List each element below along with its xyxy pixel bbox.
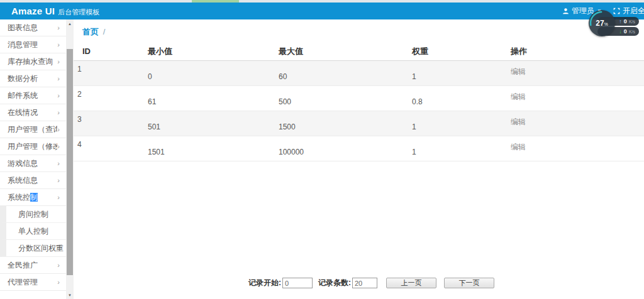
sidebar-item-label: 全民推广 bbox=[8, 260, 57, 271]
scrollbar-down-arrow[interactable]: ▼ bbox=[66, 291, 74, 299]
sidebar-item-chart-info[interactable]: 图表信息 › bbox=[0, 19, 66, 36]
sidebar-item-user-management-query[interactable]: 用户管理（查询） › bbox=[0, 121, 66, 138]
brand-name: Amaze UI bbox=[11, 6, 55, 16]
edit-link[interactable]: 编辑 bbox=[511, 92, 526, 101]
sidebar-item-label: 用户管理（修改） bbox=[8, 141, 57, 152]
cell-max: 60 bbox=[270, 60, 403, 85]
cell-id: 1 bbox=[74, 60, 139, 85]
breadcrumb-separator: / bbox=[103, 27, 106, 36]
sidebar-item-label: 在线情况 bbox=[8, 107, 57, 118]
system-monitor-widget[interactable]: ↑ 0 K/s ↓ 0 K/s 27% bbox=[589, 10, 639, 38]
cell-id: 2 bbox=[74, 85, 139, 111]
sidebar-subitem-room-control[interactable]: 房间控制 bbox=[0, 206, 66, 223]
upload-value: 0 bbox=[624, 18, 627, 24]
cell-weight: 1 bbox=[403, 111, 502, 136]
sidebar-item-label: 图表信息 bbox=[8, 23, 57, 33]
sidebar-item-label: 游戏信息 bbox=[8, 158, 57, 169]
sidebar-item-system-control[interactable]: 系统控制 › bbox=[0, 189, 66, 206]
prev-page-button[interactable]: 上一页 bbox=[386, 278, 436, 288]
table-row: 2 61 500 0.8 编辑 bbox=[74, 85, 644, 111]
sidebar-item-promotion[interactable]: 全民推广 › bbox=[0, 257, 66, 274]
cell-id: 4 bbox=[74, 136, 139, 161]
cpu-gauge[interactable]: 27% bbox=[589, 10, 615, 36]
record-start-label: 记录开始: bbox=[248, 278, 281, 288]
sidebar-item-label: 代理管理 bbox=[8, 277, 57, 288]
sidebar-item-label: 邮件系统 bbox=[8, 90, 57, 101]
column-header-weight: 权重 bbox=[403, 43, 502, 60]
brand-subtitle: 后台管理模板 bbox=[58, 8, 99, 17]
user-icon bbox=[562, 8, 569, 14]
column-header-min: 最小值 bbox=[139, 43, 270, 60]
sidebar-subitem-label: 单人控制 bbox=[18, 226, 48, 237]
upload-unit: K/s bbox=[629, 19, 635, 24]
sidebar-item-game-info[interactable]: 游戏信息 › bbox=[0, 155, 66, 172]
upload-arrow-icon: ↑ bbox=[619, 19, 622, 24]
sidebar-item-label: 系统信息 bbox=[8, 175, 57, 186]
sidebar-subitem-single-control[interactable]: 单人控制 bbox=[0, 223, 66, 240]
table-row: 1 0 60 1 编辑 bbox=[74, 60, 644, 85]
sidebar-item-message-management[interactable]: 消息管理 › bbox=[0, 36, 66, 53]
sidebar-item-user-management-edit[interactable]: 用户管理（修改） › bbox=[0, 138, 66, 155]
sidebar-item-system-info[interactable]: 系统信息 › bbox=[0, 172, 66, 189]
cell-weight: 0.8 bbox=[403, 85, 502, 111]
column-header-id: ID bbox=[74, 43, 139, 60]
sidebar: 图表信息 › 消息管理 › 库存抽水查询 › 数据分析 › 邮件系统 › 在线情… bbox=[0, 19, 66, 299]
record-count-label: 记录条数: bbox=[318, 278, 351, 288]
chevron-right-icon: › bbox=[57, 160, 60, 167]
cell-weight: 1 bbox=[403, 60, 502, 85]
selected-text: 制 bbox=[30, 193, 38, 202]
cell-max: 500 bbox=[270, 85, 403, 111]
table-row: 3 501 1500 1 编辑 bbox=[74, 111, 644, 136]
edit-link[interactable]: 编辑 bbox=[511, 143, 526, 151]
sidebar-item-label: 系统控制 bbox=[8, 192, 57, 203]
edit-link[interactable]: 编辑 bbox=[511, 117, 526, 126]
column-header-max: 最大值 bbox=[270, 43, 403, 60]
cell-max: 100000 bbox=[270, 136, 403, 161]
record-start-input[interactable] bbox=[282, 278, 313, 288]
sidebar-item-mail-system[interactable]: 邮件系统 › bbox=[0, 87, 66, 104]
cell-min: 501 bbox=[139, 111, 270, 136]
sidebar-item-agent-management[interactable]: 代理管理 › bbox=[0, 274, 66, 291]
sidebar-item-online-status[interactable]: 在线情况 › bbox=[0, 104, 66, 121]
weights-table: ID 最小值 最大值 权重 操作 1 0 60 1 编辑 2 61 500 0.… bbox=[74, 43, 644, 161]
column-header-action: 操作 bbox=[502, 43, 644, 60]
chevron-right-icon: › bbox=[57, 109, 60, 116]
chevron-right-icon: › bbox=[57, 278, 60, 286]
table-header-row: ID 最小值 最大值 权重 操作 bbox=[74, 43, 644, 60]
sidebar-item-label: 数据分析 bbox=[8, 73, 57, 84]
cell-min: 61 bbox=[139, 85, 270, 111]
record-count-input[interactable] bbox=[352, 278, 377, 288]
chevron-right-icon: › bbox=[57, 126, 60, 133]
sidebar-subitem-score-range-weight[interactable]: 分数区间权重 bbox=[0, 240, 66, 257]
sidebar-subitem-label: 分数区间权重 bbox=[18, 243, 64, 254]
brand-logo[interactable]: Amaze UI 后台管理模板 bbox=[11, 6, 99, 17]
cell-id: 3 bbox=[74, 111, 139, 136]
breadcrumb-home-link[interactable]: 首页 bbox=[82, 27, 99, 36]
sidebar-item-inventory-query[interactable]: 库存抽水查询 › bbox=[0, 53, 66, 70]
cell-min: 0 bbox=[139, 60, 270, 85]
topbar: Amaze UI 后台管理模板 管理员 ▼ 开启全屏 bbox=[0, 3, 644, 19]
table-row: 4 1501 100000 1 编辑 bbox=[74, 136, 644, 161]
chevron-right-icon: › bbox=[57, 24, 60, 31]
download-arrow-icon: ↓ bbox=[619, 29, 622, 35]
scrollbar-thumb[interactable] bbox=[67, 49, 73, 275]
chevron-right-icon: › bbox=[57, 143, 60, 150]
sidebar-scrollbar[interactable]: ▲ ▼ bbox=[66, 19, 74, 299]
chevron-right-icon: › bbox=[57, 177, 60, 184]
chevron-right-icon: › bbox=[57, 261, 60, 269]
chevron-right-icon: › bbox=[57, 193, 60, 201]
cell-max: 1500 bbox=[270, 111, 403, 136]
main-content: 首页 / ID 最小值 最大值 权重 操作 1 0 60 1 编辑 2 61 bbox=[74, 19, 644, 299]
gauge-arc bbox=[589, 10, 615, 36]
next-page-button[interactable]: 下一页 bbox=[444, 278, 494, 288]
sidebar-item-data-analysis[interactable]: 数据分析 › bbox=[0, 70, 66, 87]
sidebar-item-label: 用户管理（查询） bbox=[8, 124, 57, 135]
chevron-right-icon: › bbox=[57, 41, 60, 48]
edit-link[interactable]: 编辑 bbox=[511, 67, 526, 76]
sidebar-subitem-label: 房间控制 bbox=[18, 209, 48, 220]
pagination-bar: 记录开始: 记录条数: 上一页 下一页 bbox=[248, 278, 494, 288]
scrollbar-up-arrow[interactable]: ▲ bbox=[66, 19, 74, 28]
chevron-right-icon: › bbox=[57, 75, 60, 82]
download-value: 0 bbox=[624, 28, 627, 35]
download-unit: K/s bbox=[629, 30, 635, 34]
